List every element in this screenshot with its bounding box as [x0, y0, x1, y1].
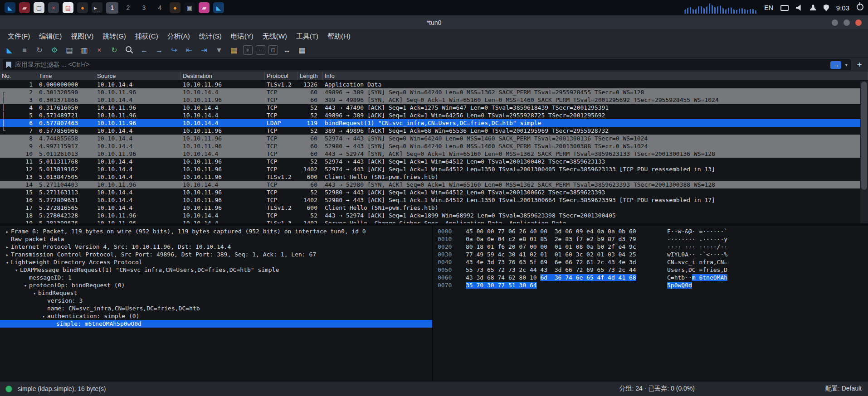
screen-recorder-icon[interactable]: ▰ — [19, 2, 30, 13]
packet-row[interactable]: 145.27110440310.10.11.9610.10.14.4TCP604… — [0, 181, 868, 188]
detail-line[interactable]: simple: m6tneOMAh5p0wQ0d — [0, 320, 432, 328]
hex-line[interactable]: 006043 3d 68 74 62 80 10 6d 36 74 6e 65 … — [438, 274, 868, 281]
workspace-4[interactable]: 4 — [154, 2, 166, 14]
go-back-button[interactable]: ← — [138, 44, 150, 56]
security-icon[interactable] — [824, 5, 829, 11]
detail-line[interactable]: ▾bindRequest — [0, 289, 432, 297]
hex-line[interactable]: 007035 70 30 77 51 30 645p0wQ0d — [438, 281, 868, 289]
packet-row[interactable]: 84.74485565810.10.14.410.10.11.96TCP6052… — [0, 135, 868, 142]
text-editor-icon[interactable]: ▤ — [63, 2, 73, 13]
restart-capture-button[interactable]: ↻ — [34, 44, 45, 56]
column-header-length[interactable]: Length — [298, 72, 323, 80]
scrollbar-thumb[interactable] — [861, 82, 867, 190]
packet-list-scrollbar[interactable] — [860, 81, 868, 223]
filter-bookmark-icon[interactable] — [6, 62, 11, 68]
add-filter-button[interactable]: + — [853, 59, 865, 70]
zoom-reset-button[interactable]: □ — [268, 45, 278, 55]
menu-statistics[interactable]: 统计(S) — [195, 31, 226, 42]
packet-row[interactable]: 165.27280963110.10.14.410.10.11.96TCP140… — [0, 196, 868, 204]
expander-icon[interactable]: ▸ — [4, 243, 11, 251]
expander-icon[interactable]: ▾ — [22, 282, 29, 289]
detail-line[interactable]: ▾Lightweight Directory Access Protocol — [0, 258, 432, 266]
column-header-info[interactable]: Info — [323, 72, 868, 80]
menu-file[interactable]: 文件(F) — [4, 31, 34, 42]
find-packet-button[interactable] — [123, 44, 135, 56]
packet-row[interactable]: 7└0.57785696610.10.14.410.10.11.96TCP523… — [0, 127, 868, 135]
packet-row[interactable]: 5│0.57148972110.10.11.9610.10.14.4TCP524… — [0, 111, 868, 119]
detail-line[interactable]: ▾protocolOp: bindRequest (0) — [0, 281, 432, 289]
wireshark-icon[interactable]: ◣ — [213, 2, 224, 13]
display-filter-input[interactable]: 应用显示过滤器 ... <Ctrl-/> → ▾ — [3, 59, 851, 70]
hex-line[interactable]: 00100a 0a 0e 04 c2 e8 01 85 2e 83 f7 e2 … — [438, 235, 868, 243]
workspace-3[interactable]: 3 — [138, 2, 150, 14]
menu-capture[interactable]: 捕获(C) — [131, 31, 162, 42]
power-icon[interactable] — [857, 4, 863, 10]
window-close-icon[interactable]: × — [48, 2, 59, 13]
auto-scroll-button[interactable]: ▼ — [213, 44, 225, 56]
minimize-button[interactable] — [832, 19, 838, 26]
close-button[interactable] — [855, 19, 862, 26]
hex-line[interactable]: 002080 18 01 f6 20 07 00 00 01 01 08 0a … — [438, 243, 868, 251]
packet-row[interactable]: 195.28139967610.10.11.9610.10.14.4TLSv1.… — [0, 219, 868, 223]
column-header-destination[interactable]: Destination — [181, 72, 265, 80]
column-prefs-button[interactable]: ▦ — [296, 44, 308, 56]
packet-row[interactable]: 105.01126101310.10.11.9610.10.14.4TCP604… — [0, 150, 868, 158]
file-manager-icon[interactable]: ▢ — [34, 2, 44, 13]
menu-wireless[interactable]: 无线(W) — [258, 31, 291, 42]
detail-line[interactable]: ▸Frame 6: Packet, 119 bytes on wire (952… — [0, 227, 432, 235]
display-icon[interactable] — [780, 5, 789, 11]
volume-icon[interactable] — [796, 5, 803, 11]
go-forward-button[interactable]: → — [153, 44, 165, 56]
burpsuite-icon[interactable]: ● — [170, 2, 180, 13]
maximize-button[interactable] — [844, 19, 850, 26]
resize-columns-button[interactable]: ↔ — [281, 44, 293, 56]
hex-line[interactable]: 004043 4e 3d 73 76 63 5f 69 6e 66 72 61 … — [438, 258, 868, 266]
menu-edit[interactable]: 编辑(E) — [35, 31, 66, 42]
expander-icon[interactable]: ▸ — [4, 228, 11, 235]
go-to-packet-button[interactable]: ↪ — [168, 44, 180, 56]
apply-filter-icon[interactable]: → — [830, 61, 841, 69]
column-header-protocol[interactable]: Protocol — [265, 72, 298, 80]
reload-file-button[interactable]: ↻ — [108, 44, 120, 56]
open-file-button[interactable]: ▤ — [63, 44, 75, 56]
packet-row[interactable]: 155.27116311310.10.14.410.10.11.96TCP525… — [0, 188, 868, 196]
column-header-time[interactable]: Time — [37, 72, 95, 80]
packet-row[interactable]: 115.01131176810.10.14.410.10.11.96TCP525… — [0, 158, 868, 165]
expander-icon[interactable]: ▾ — [4, 259, 11, 266]
expander-icon[interactable]: ▸ — [4, 251, 11, 258]
menu-tools[interactable]: 工具(T) — [292, 31, 322, 42]
notifications-icon[interactable] — [810, 5, 816, 11]
packet-row[interactable]: 185.27804232810.10.11.9610.10.14.4TCP524… — [0, 212, 868, 219]
workspace-2[interactable]: 2 — [122, 2, 134, 14]
profile-status[interactable]: 配置: Default — [825, 385, 862, 393]
menu-telephony[interactable]: 电话(Y) — [227, 31, 258, 42]
packet-row[interactable]: 2┌0.30132059010.10.11.9610.10.14.4TCP604… — [0, 88, 868, 96]
detail-line[interactable]: ▾authentication: simple (0) — [0, 312, 432, 320]
expander-icon[interactable]: ▾ — [13, 266, 20, 274]
detail-line[interactable]: ▾LDAPMessage bindRequest(1) "CN=svc_infr… — [0, 266, 432, 274]
detail-line[interactable]: ▸Transmission Control Protocol, Src Port… — [0, 251, 432, 258]
firefox-icon[interactable]: ● — [77, 2, 88, 13]
expander-icon[interactable]: ▾ — [40, 313, 47, 320]
workspace-1[interactable]: 1 — [106, 2, 118, 14]
expert-info-icon[interactable] — [5, 386, 12, 392]
menu-go[interactable]: 跳转(G) — [98, 31, 130, 42]
terminal-dropdown-icon[interactable]: ▸_ — [92, 2, 102, 13]
packet-row[interactable]: 175.27281656510.10.14.410.10.11.96TLSv1.… — [0, 204, 868, 212]
column-header-no[interactable]: No. — [0, 72, 37, 80]
menu-analyze[interactable]: 分析(A) — [163, 31, 194, 42]
zoom-out-button[interactable]: − — [256, 45, 265, 55]
save-file-button[interactable]: ▥ — [78, 44, 90, 56]
go-last-button[interactable]: ⇥ — [198, 44, 210, 56]
terminal-icon[interactable]: ▣ — [184, 2, 195, 13]
hex-line[interactable]: 003077 49 59 4c 30 41 02 01 01 60 3c 02 … — [438, 251, 868, 258]
detail-line[interactable]: messageID: 1 — [0, 274, 432, 281]
colorize-button[interactable]: ▦ — [228, 44, 240, 56]
detail-line[interactable]: ▸Internet Protocol Version 4, Src: 10.10… — [0, 243, 432, 251]
detail-line[interactable]: version: 3 — [0, 297, 432, 304]
packet-row[interactable]: 94.99711591710.10.14.410.10.11.96TCP6052… — [0, 142, 868, 150]
packet-row[interactable]: 6│0.57780746310.10.11.9610.10.14.4LDAP11… — [0, 119, 868, 127]
capture-options-button[interactable]: ⚙ — [49, 44, 60, 56]
close-file-button[interactable]: × — [93, 44, 105, 56]
detail-line[interactable]: Raw packet data — [0, 235, 432, 243]
